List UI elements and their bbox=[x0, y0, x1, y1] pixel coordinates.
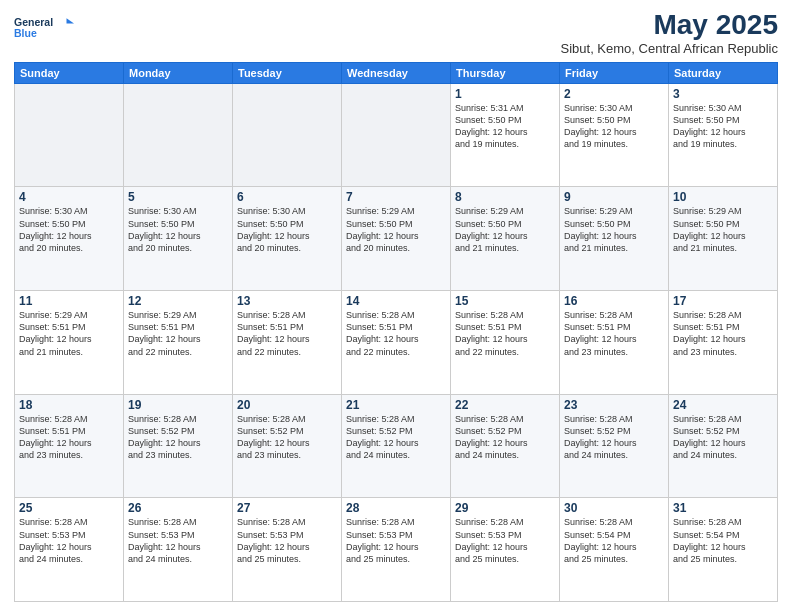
day-info: Sunrise: 5:30 AM Sunset: 5:50 PM Dayligh… bbox=[19, 205, 119, 254]
day-number: 25 bbox=[19, 501, 119, 515]
calendar-cell: 18Sunrise: 5:28 AM Sunset: 5:51 PM Dayli… bbox=[15, 394, 124, 498]
day-number: 29 bbox=[455, 501, 555, 515]
calendar-week-row: 11Sunrise: 5:29 AM Sunset: 5:51 PM Dayli… bbox=[15, 291, 778, 395]
calendar-cell: 24Sunrise: 5:28 AM Sunset: 5:52 PM Dayli… bbox=[669, 394, 778, 498]
calendar-cell: 21Sunrise: 5:28 AM Sunset: 5:52 PM Dayli… bbox=[342, 394, 451, 498]
month-title: May 2025 bbox=[561, 10, 779, 41]
day-info: Sunrise: 5:30 AM Sunset: 5:50 PM Dayligh… bbox=[237, 205, 337, 254]
svg-marker-2 bbox=[67, 18, 75, 23]
calendar-day-header: Thursday bbox=[451, 62, 560, 83]
day-info: Sunrise: 5:28 AM Sunset: 5:51 PM Dayligh… bbox=[564, 309, 664, 358]
day-info: Sunrise: 5:28 AM Sunset: 5:51 PM Dayligh… bbox=[673, 309, 773, 358]
svg-text:Blue: Blue bbox=[14, 27, 37, 39]
day-info: Sunrise: 5:28 AM Sunset: 5:53 PM Dayligh… bbox=[455, 516, 555, 565]
day-info: Sunrise: 5:30 AM Sunset: 5:50 PM Dayligh… bbox=[564, 102, 664, 151]
calendar-week-row: 25Sunrise: 5:28 AM Sunset: 5:53 PM Dayli… bbox=[15, 498, 778, 602]
day-number: 1 bbox=[455, 87, 555, 101]
day-info: Sunrise: 5:28 AM Sunset: 5:54 PM Dayligh… bbox=[673, 516, 773, 565]
svg-text:General: General bbox=[14, 16, 53, 28]
calendar-cell bbox=[15, 83, 124, 187]
calendar-week-row: 4Sunrise: 5:30 AM Sunset: 5:50 PM Daylig… bbox=[15, 187, 778, 291]
day-number: 2 bbox=[564, 87, 664, 101]
calendar-cell: 23Sunrise: 5:28 AM Sunset: 5:52 PM Dayli… bbox=[560, 394, 669, 498]
day-number: 13 bbox=[237, 294, 337, 308]
calendar-cell: 4Sunrise: 5:30 AM Sunset: 5:50 PM Daylig… bbox=[15, 187, 124, 291]
day-number: 26 bbox=[128, 501, 228, 515]
calendar-cell: 28Sunrise: 5:28 AM Sunset: 5:53 PM Dayli… bbox=[342, 498, 451, 602]
calendar-cell: 17Sunrise: 5:28 AM Sunset: 5:51 PM Dayli… bbox=[669, 291, 778, 395]
calendar-cell: 27Sunrise: 5:28 AM Sunset: 5:53 PM Dayli… bbox=[233, 498, 342, 602]
day-number: 10 bbox=[673, 190, 773, 204]
calendar-cell: 31Sunrise: 5:28 AM Sunset: 5:54 PM Dayli… bbox=[669, 498, 778, 602]
day-info: Sunrise: 5:29 AM Sunset: 5:50 PM Dayligh… bbox=[346, 205, 446, 254]
day-number: 27 bbox=[237, 501, 337, 515]
day-number: 18 bbox=[19, 398, 119, 412]
day-info: Sunrise: 5:28 AM Sunset: 5:52 PM Dayligh… bbox=[346, 413, 446, 462]
calendar-body: 1Sunrise: 5:31 AM Sunset: 5:50 PM Daylig… bbox=[15, 83, 778, 601]
day-number: 22 bbox=[455, 398, 555, 412]
day-number: 5 bbox=[128, 190, 228, 204]
calendar: SundayMondayTuesdayWednesdayThursdayFrid… bbox=[14, 62, 778, 602]
day-info: Sunrise: 5:28 AM Sunset: 5:53 PM Dayligh… bbox=[19, 516, 119, 565]
page: General Blue May 2025 Sibut, Kemo, Centr… bbox=[0, 0, 792, 612]
day-info: Sunrise: 5:28 AM Sunset: 5:52 PM Dayligh… bbox=[673, 413, 773, 462]
day-number: 17 bbox=[673, 294, 773, 308]
day-number: 8 bbox=[455, 190, 555, 204]
calendar-cell: 14Sunrise: 5:28 AM Sunset: 5:51 PM Dayli… bbox=[342, 291, 451, 395]
day-info: Sunrise: 5:28 AM Sunset: 5:54 PM Dayligh… bbox=[564, 516, 664, 565]
calendar-day-header: Friday bbox=[560, 62, 669, 83]
logo: General Blue bbox=[14, 10, 74, 46]
calendar-week-row: 18Sunrise: 5:28 AM Sunset: 5:51 PM Dayli… bbox=[15, 394, 778, 498]
day-info: Sunrise: 5:29 AM Sunset: 5:50 PM Dayligh… bbox=[673, 205, 773, 254]
calendar-day-header: Saturday bbox=[669, 62, 778, 83]
header: General Blue May 2025 Sibut, Kemo, Centr… bbox=[14, 10, 778, 56]
calendar-cell: 7Sunrise: 5:29 AM Sunset: 5:50 PM Daylig… bbox=[342, 187, 451, 291]
day-number: 16 bbox=[564, 294, 664, 308]
day-number: 20 bbox=[237, 398, 337, 412]
day-info: Sunrise: 5:28 AM Sunset: 5:53 PM Dayligh… bbox=[128, 516, 228, 565]
calendar-cell: 3Sunrise: 5:30 AM Sunset: 5:50 PM Daylig… bbox=[669, 83, 778, 187]
calendar-week-row: 1Sunrise: 5:31 AM Sunset: 5:50 PM Daylig… bbox=[15, 83, 778, 187]
calendar-cell bbox=[233, 83, 342, 187]
calendar-cell: 5Sunrise: 5:30 AM Sunset: 5:50 PM Daylig… bbox=[124, 187, 233, 291]
calendar-cell bbox=[342, 83, 451, 187]
day-info: Sunrise: 5:30 AM Sunset: 5:50 PM Dayligh… bbox=[128, 205, 228, 254]
calendar-day-header: Wednesday bbox=[342, 62, 451, 83]
day-number: 4 bbox=[19, 190, 119, 204]
calendar-cell: 2Sunrise: 5:30 AM Sunset: 5:50 PM Daylig… bbox=[560, 83, 669, 187]
calendar-cell: 19Sunrise: 5:28 AM Sunset: 5:52 PM Dayli… bbox=[124, 394, 233, 498]
day-info: Sunrise: 5:28 AM Sunset: 5:52 PM Dayligh… bbox=[237, 413, 337, 462]
calendar-cell: 13Sunrise: 5:28 AM Sunset: 5:51 PM Dayli… bbox=[233, 291, 342, 395]
calendar-day-header: Tuesday bbox=[233, 62, 342, 83]
calendar-cell bbox=[124, 83, 233, 187]
calendar-cell: 25Sunrise: 5:28 AM Sunset: 5:53 PM Dayli… bbox=[15, 498, 124, 602]
calendar-cell: 6Sunrise: 5:30 AM Sunset: 5:50 PM Daylig… bbox=[233, 187, 342, 291]
calendar-cell: 12Sunrise: 5:29 AM Sunset: 5:51 PM Dayli… bbox=[124, 291, 233, 395]
day-number: 12 bbox=[128, 294, 228, 308]
day-info: Sunrise: 5:29 AM Sunset: 5:51 PM Dayligh… bbox=[19, 309, 119, 358]
day-info: Sunrise: 5:29 AM Sunset: 5:50 PM Dayligh… bbox=[455, 205, 555, 254]
day-info: Sunrise: 5:28 AM Sunset: 5:53 PM Dayligh… bbox=[346, 516, 446, 565]
day-number: 30 bbox=[564, 501, 664, 515]
calendar-cell: 30Sunrise: 5:28 AM Sunset: 5:54 PM Dayli… bbox=[560, 498, 669, 602]
calendar-cell: 16Sunrise: 5:28 AM Sunset: 5:51 PM Dayli… bbox=[560, 291, 669, 395]
day-info: Sunrise: 5:28 AM Sunset: 5:51 PM Dayligh… bbox=[19, 413, 119, 462]
day-info: Sunrise: 5:28 AM Sunset: 5:52 PM Dayligh… bbox=[128, 413, 228, 462]
day-info: Sunrise: 5:28 AM Sunset: 5:51 PM Dayligh… bbox=[455, 309, 555, 358]
day-number: 9 bbox=[564, 190, 664, 204]
day-info: Sunrise: 5:29 AM Sunset: 5:50 PM Dayligh… bbox=[564, 205, 664, 254]
day-number: 14 bbox=[346, 294, 446, 308]
logo-svg: General Blue bbox=[14, 10, 74, 46]
calendar-cell: 8Sunrise: 5:29 AM Sunset: 5:50 PM Daylig… bbox=[451, 187, 560, 291]
day-number: 31 bbox=[673, 501, 773, 515]
day-number: 3 bbox=[673, 87, 773, 101]
day-info: Sunrise: 5:28 AM Sunset: 5:53 PM Dayligh… bbox=[237, 516, 337, 565]
calendar-cell: 29Sunrise: 5:28 AM Sunset: 5:53 PM Dayli… bbox=[451, 498, 560, 602]
day-info: Sunrise: 5:28 AM Sunset: 5:52 PM Dayligh… bbox=[564, 413, 664, 462]
calendar-day-header: Monday bbox=[124, 62, 233, 83]
calendar-header-row: SundayMondayTuesdayWednesdayThursdayFrid… bbox=[15, 62, 778, 83]
calendar-cell: 11Sunrise: 5:29 AM Sunset: 5:51 PM Dayli… bbox=[15, 291, 124, 395]
day-info: Sunrise: 5:30 AM Sunset: 5:50 PM Dayligh… bbox=[673, 102, 773, 151]
day-info: Sunrise: 5:28 AM Sunset: 5:51 PM Dayligh… bbox=[237, 309, 337, 358]
title-block: May 2025 Sibut, Kemo, Central African Re… bbox=[561, 10, 779, 56]
